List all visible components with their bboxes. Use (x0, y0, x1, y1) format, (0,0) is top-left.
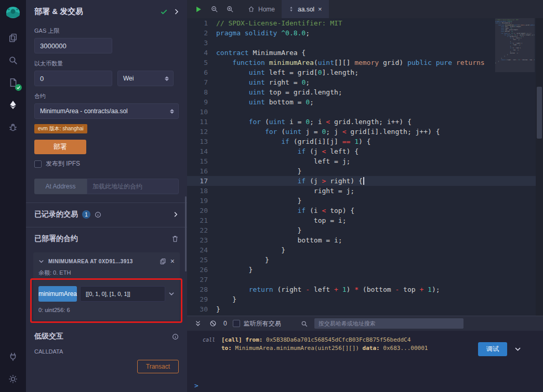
icon-sidebar (0, 0, 26, 392)
instance-title: MINIMUMAREA AT 0XD91...3913 (48, 259, 155, 264)
code-line-12[interactable]: 12 for (uint j = 0; j < grid[i].length; … (187, 127, 543, 137)
code-line-7[interactable]: 7 uint right = 0; (187, 77, 543, 87)
editor-scrollbar[interactable] (536, 18, 543, 316)
line-number: 13 (187, 137, 216, 146)
publish-ipfs-checkbox[interactable] (34, 160, 42, 168)
solidity-compiler-icon[interactable] (6, 76, 20, 89)
code-line-23[interactable]: 23 bottom = i; (187, 235, 543, 245)
deploy-button[interactable]: 部署 (34, 140, 86, 154)
code-line-27[interactable]: 27 (187, 275, 543, 285)
code-line-19[interactable]: 19 } (187, 196, 543, 206)
listen-checkbox[interactable] (233, 320, 240, 327)
deployed-contracts-title: 已部署的合约 (34, 234, 78, 244)
code-line-25[interactable]: 25 } (187, 255, 543, 265)
recorded-transactions-count: 1 (82, 210, 90, 219)
panel-title: 部署 & 发交易 (34, 7, 155, 17)
chevron-down-icon[interactable] (168, 291, 175, 297)
code-line-10[interactable]: 10 (187, 107, 543, 117)
panel-scrollbar-thumb[interactable] (185, 196, 187, 272)
code-line-11[interactable]: 11 for (uint i = 0; i < grid.length; i++… (187, 117, 543, 127)
terminal-search-input[interactable] (314, 318, 463, 329)
terminal: 0 监听所有交易 call [call] from: 0x5B38Da6a701… (187, 316, 543, 392)
run-script-play-icon[interactable] (192, 3, 205, 16)
code-line-30[interactable]: 30} (187, 304, 543, 314)
copy-icon[interactable] (160, 258, 166, 265)
code-line-6[interactable]: 6 uint left = grid[0].length; (187, 67, 543, 77)
gas-limit-label: GAS 上限 (34, 27, 179, 35)
contract-select[interactable]: MinimumArea - contracts/aa.sol (34, 103, 179, 119)
code-line-2[interactable]: 2pragma solidity ^0.8.0; (187, 28, 543, 38)
chevron-right-icon[interactable] (173, 211, 179, 218)
panel-header: 部署 & 发交易 (26, 0, 187, 21)
code-line-8[interactable]: 8 uint top = grid.length; (187, 87, 543, 97)
code-line-1[interactable]: 1// SPDX-License-Identifier: MIT (187, 18, 543, 28)
code-editor: 1// SPDX-License-Identifier: MIT2pragma … (187, 18, 543, 316)
chevron-down-icon[interactable] (514, 346, 521, 353)
method-args-input[interactable] (80, 286, 165, 302)
close-icon[interactable]: × (170, 258, 175, 265)
code-line-22[interactable]: 22 } (187, 225, 543, 235)
debug-button[interactable]: 调试 (478, 342, 507, 356)
code-line-15[interactable]: 15 left = j; (187, 156, 543, 166)
info-icon[interactable] (172, 333, 179, 340)
minimumarea-call-button[interactable]: minimumArea (38, 286, 77, 302)
code-line-3[interactable]: 3 (187, 38, 543, 48)
contract-label: 合约 (34, 92, 179, 100)
publish-ipfs-row[interactable]: 发布到 IPFS (34, 159, 179, 168)
tab-close-icon[interactable]: × (318, 5, 322, 13)
terminal-prompt[interactable]: > (194, 382, 198, 389)
value-unit-select[interactable]: Wei (117, 71, 174, 86)
code-line-18[interactable]: 18 right = j; (187, 186, 543, 196)
trash-icon[interactable] (171, 235, 179, 242)
editor-scrollbar-thumb[interactable] (537, 87, 542, 139)
at-address-input[interactable] (87, 179, 179, 194)
debugger-icon[interactable] (6, 120, 20, 134)
deploy-run-icon[interactable] (6, 98, 20, 112)
code-line-29[interactable]: 29 } (187, 294, 543, 304)
code-line-14[interactable]: 14 if (j < left) { (187, 146, 543, 156)
code-line-17[interactable]: 17 if (j > right) { (187, 176, 543, 186)
deploy-run-panel: 部署 & 发交易 GAS 上限 以太币数量 Wei 合约 MinimumArea… (26, 0, 187, 392)
settings-gear-icon[interactable] (6, 372, 20, 386)
tab-home-label: Home (258, 6, 275, 13)
code-line-20[interactable]: 20 if (i < top) { (187, 206, 543, 215)
code-line-24[interactable]: 24 } (187, 245, 543, 255)
log-entry[interactable]: [call] from: 0x5B38Da6a701c568545dCfcB03… (221, 336, 428, 353)
log-from-label: from: (245, 336, 266, 343)
info-icon[interactable] (95, 211, 101, 218)
debug-group: 调试 (478, 342, 521, 356)
code-line-5[interactable]: 5 function minimumArea(uint[][] memory g… (187, 58, 543, 67)
tab-home[interactable]: Home (241, 0, 282, 18)
code-line-21[interactable]: 21 top = i; (187, 215, 543, 225)
value-input[interactable] (34, 71, 112, 86)
chevron-right-icon[interactable] (173, 8, 180, 15)
code-line-4[interactable]: 4contract MinimumArea { (187, 48, 543, 58)
double-chevron-down-icon[interactable] (193, 317, 203, 330)
code-line-9[interactable]: 9 uint bottom = 0; (187, 97, 543, 107)
listen-all-transactions[interactable]: 监听所有交易 (233, 319, 281, 328)
minimap[interactable]: // SPDX-License-Identifier: MITpragma so… (495, 19, 535, 123)
instance-header[interactable]: MINIMUMAREA AT 0XD91...3913 × (33, 252, 180, 269)
compile-success-check-icon (15, 84, 22, 91)
file-explorer-icon[interactable] (6, 31, 20, 45)
code-line-28[interactable]: 28 return (right - left + 1) * (bottom -… (187, 285, 543, 294)
code-lines: 1// SPDX-License-Identifier: MIT2pragma … (187, 18, 543, 314)
zoom-in-icon[interactable] (223, 3, 236, 16)
gas-limit-input[interactable] (34, 38, 112, 53)
low-level-header: 低级交互 (26, 320, 187, 341)
remix-logo[interactable] (4, 5, 22, 22)
code-line-13[interactable]: 13 if (grid[i][j] == 1) { (187, 137, 543, 146)
code-line-26[interactable]: 26 } (187, 265, 543, 275)
zoom-out-icon[interactable] (208, 3, 220, 16)
clear-ban-icon[interactable] (208, 317, 218, 330)
search-icon[interactable] (6, 53, 20, 67)
transact-button[interactable]: Transact (137, 360, 179, 373)
line-number: 29 (187, 294, 216, 304)
plugin-manager-icon[interactable] (6, 350, 20, 363)
line-number: 7 (187, 77, 216, 87)
tab-aa-sol[interactable]: aa.sol × (282, 0, 329, 18)
recorded-transactions-header[interactable]: 已记录的交易 1 (26, 203, 187, 226)
code-line-16[interactable]: 16 } (187, 166, 543, 176)
at-address-button[interactable]: At Address (34, 179, 87, 194)
chevron-down-icon[interactable] (38, 259, 44, 264)
